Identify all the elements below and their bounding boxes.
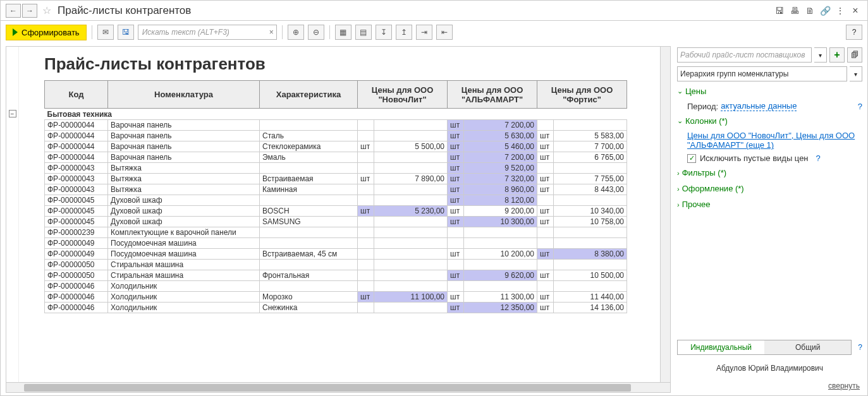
- cell[interactable]: шт: [448, 120, 464, 131]
- help-button[interactable]: ?: [846, 25, 862, 40]
- cell[interactable]: шт: [537, 131, 554, 141]
- cell[interactable]: шт: [537, 174, 554, 184]
- cell[interactable]: [448, 260, 464, 270]
- cell[interactable]: [464, 227, 537, 238]
- cell[interactable]: Холодильник: [108, 281, 260, 292]
- cell[interactable]: Духовой шкаф: [108, 195, 260, 206]
- period-help-icon[interactable]: ?: [858, 102, 862, 111]
- cell[interactable]: 5 500,00: [374, 141, 448, 152]
- cell[interactable]: [448, 238, 464, 249]
- cell[interactable]: Варочная панель: [108, 131, 260, 141]
- cell[interactable]: [358, 270, 374, 281]
- view-help-icon[interactable]: ?: [858, 343, 862, 352]
- cell[interactable]: [260, 120, 358, 131]
- cell[interactable]: Посудомоечная машина: [108, 238, 260, 249]
- cell[interactable]: ФР-00000043: [45, 174, 108, 184]
- cell[interactable]: 14 136,00: [554, 303, 627, 313]
- exclude-help-icon[interactable]: ?: [816, 153, 821, 163]
- cell[interactable]: 8 960,00: [464, 184, 537, 195]
- cell[interactable]: Стиральная машина: [108, 260, 260, 270]
- scrollbar-thumb[interactable]: [24, 384, 631, 392]
- cell[interactable]: 8 120,00: [464, 195, 537, 206]
- close-button[interactable]: ×: [848, 4, 862, 18]
- cell[interactable]: [260, 163, 358, 174]
- cell[interactable]: 5 583,00: [554, 131, 627, 141]
- table-row[interactable]: ФР-00000043ВытяжкаКаминнаяшт8 960,00шт8 …: [45, 184, 627, 195]
- cell[interactable]: ФР-00000043: [45, 163, 108, 174]
- table-row[interactable]: ФР-00000046Холодильник: [45, 281, 627, 292]
- cell[interactable]: 8 380,00: [554, 249, 627, 260]
- cell[interactable]: шт: [537, 152, 554, 163]
- cell[interactable]: [464, 281, 537, 292]
- cell[interactable]: 7 700,00: [554, 141, 627, 152]
- cell[interactable]: [374, 131, 448, 141]
- cell[interactable]: Снежинка: [260, 303, 358, 313]
- tree-collapse-toggle[interactable]: −: [9, 110, 16, 117]
- cell[interactable]: Встраиваемая: [260, 174, 358, 184]
- table-row[interactable]: ФР-00000044Варочная панельЭмальшт7 200,0…: [45, 152, 627, 163]
- cell[interactable]: шт: [537, 292, 554, 303]
- cell[interactable]: Встраиваемая, 45 см: [260, 249, 358, 260]
- variant-combo-dropdown[interactable]: ▾: [814, 47, 827, 63]
- cell[interactable]: шт: [537, 249, 554, 260]
- cell[interactable]: [537, 120, 554, 131]
- table-row[interactable]: ФР-00000045Духовой шкафшт8 120,00: [45, 195, 627, 206]
- save-report-button[interactable]: 🖫: [118, 25, 134, 40]
- cell[interactable]: [537, 238, 554, 249]
- cell[interactable]: [448, 227, 464, 238]
- cell[interactable]: 11 100,00: [374, 292, 448, 303]
- cell[interactable]: ФР-00000044: [45, 152, 108, 163]
- cell[interactable]: BOSCH: [260, 206, 358, 217]
- cell[interactable]: [374, 238, 448, 249]
- cell[interactable]: 11 440,00: [554, 292, 627, 303]
- table-row[interactable]: ФР-00000045Духовой шкафSAMSUNGшт10 300,0…: [45, 217, 627, 227]
- cell[interactable]: ФР-00000049: [45, 249, 108, 260]
- zoom-out-button[interactable]: ⊖: [308, 25, 324, 40]
- cell[interactable]: [554, 195, 627, 206]
- expand-all-button[interactable]: ▦: [335, 25, 351, 40]
- cell[interactable]: ФР-00000044: [45, 120, 108, 131]
- search-clear-icon[interactable]: ×: [269, 28, 274, 37]
- collapse-link[interactable]: свернуть: [677, 379, 862, 393]
- cell[interactable]: шт: [448, 163, 464, 174]
- section-design[interactable]: › Оформление (*): [677, 183, 862, 195]
- search-input[interactable]: [138, 27, 276, 38]
- section-columns[interactable]: ⌄ Колонки (*): [677, 115, 862, 127]
- cell[interactable]: 10 758,00: [554, 217, 627, 227]
- cell[interactable]: [374, 303, 448, 313]
- cell[interactable]: [374, 249, 448, 260]
- cell[interactable]: [464, 260, 537, 270]
- cell[interactable]: 10 340,00: [554, 206, 627, 217]
- cell[interactable]: [358, 195, 374, 206]
- cell[interactable]: шт: [448, 206, 464, 217]
- cell[interactable]: шт: [448, 131, 464, 141]
- cell[interactable]: 9 620,00: [464, 270, 537, 281]
- table-row[interactable]: ФР-00000046ХолодильникСнежинкашт12 350,0…: [45, 303, 627, 313]
- cell[interactable]: [374, 281, 448, 292]
- view-individual-button[interactable]: Индивидуальный: [678, 340, 764, 354]
- cell[interactable]: [358, 120, 374, 131]
- cell[interactable]: 7 200,00: [464, 120, 537, 131]
- nav-back-button[interactable]: ←: [6, 4, 21, 18]
- cell[interactable]: Вытяжка: [108, 184, 260, 195]
- variant-combo[interactable]: Рабочий прайс-лист поставщиков: [677, 47, 812, 63]
- cell[interactable]: Варочная панель: [108, 152, 260, 163]
- cell[interactable]: Фронтальная: [260, 270, 358, 281]
- cell[interactable]: шт: [358, 174, 374, 184]
- cell[interactable]: [260, 227, 358, 238]
- cell[interactable]: 6 765,00: [554, 152, 627, 163]
- cell[interactable]: Эмаль: [260, 152, 358, 163]
- cell[interactable]: ФР-00000049: [45, 238, 108, 249]
- cell[interactable]: ФР-00000045: [45, 217, 108, 227]
- cell[interactable]: [358, 249, 374, 260]
- section-prices[interactable]: ⌄ Цены: [677, 85, 862, 97]
- email-button[interactable]: ✉: [97, 25, 114, 40]
- cell[interactable]: [374, 184, 448, 195]
- cell[interactable]: 9 520,00: [464, 163, 537, 174]
- cell[interactable]: ФР-00000239: [45, 227, 108, 238]
- generate-button[interactable]: Сформировать: [6, 25, 87, 40]
- cell[interactable]: 7 890,00: [374, 174, 448, 184]
- cell[interactable]: 7 200,00: [464, 152, 537, 163]
- cell[interactable]: [537, 195, 554, 206]
- cell[interactable]: шт: [537, 303, 554, 313]
